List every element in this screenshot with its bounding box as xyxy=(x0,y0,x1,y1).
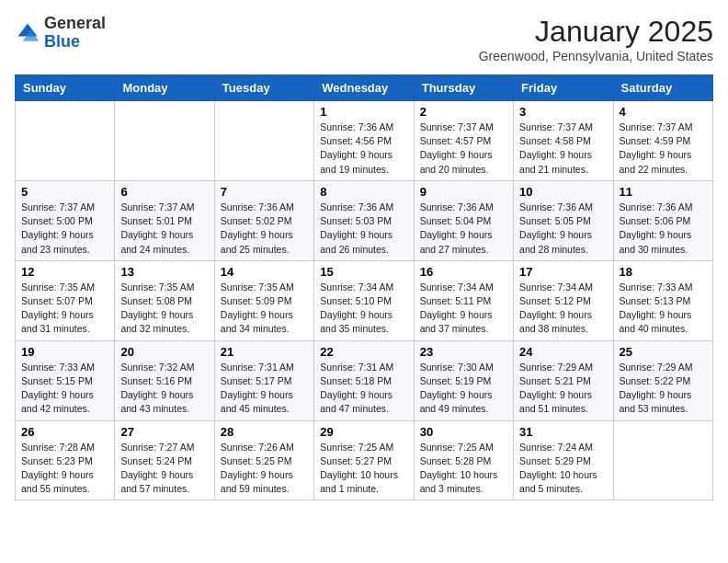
day-number: 23 xyxy=(420,345,507,359)
day-number: 7 xyxy=(221,185,308,199)
day-info: Sunrise: 7:31 AM Sunset: 5:18 PM Dayligh… xyxy=(320,361,407,417)
calendar-cell: 23Sunrise: 7:30 AM Sunset: 5:19 PM Dayli… xyxy=(414,340,513,420)
day-number: 28 xyxy=(221,425,308,439)
day-number: 14 xyxy=(221,265,308,279)
day-info: Sunrise: 7:34 AM Sunset: 5:11 PM Dayligh… xyxy=(420,281,507,337)
calendar-cell: 2Sunrise: 7:37 AM Sunset: 4:57 PM Daylig… xyxy=(414,101,513,181)
day-number: 24 xyxy=(519,345,607,359)
calendar-title: January 2025 xyxy=(479,15,713,49)
calendar-cell: 27Sunrise: 7:27 AM Sunset: 5:24 PM Dayli… xyxy=(115,420,214,500)
day-info: Sunrise: 7:25 AM Sunset: 5:28 PM Dayligh… xyxy=(420,441,507,497)
calendar-cell xyxy=(214,101,313,181)
day-number: 30 xyxy=(420,425,507,439)
calendar-cell: 8Sunrise: 7:36 AM Sunset: 5:03 PM Daylig… xyxy=(314,180,414,260)
day-number: 6 xyxy=(120,185,208,199)
calendar-cell: 21Sunrise: 7:31 AM Sunset: 5:17 PM Dayli… xyxy=(214,340,313,420)
calendar-cell: 31Sunrise: 7:24 AM Sunset: 5:29 PM Dayli… xyxy=(514,420,613,500)
day-number: 27 xyxy=(120,425,208,439)
day-info: Sunrise: 7:37 AM Sunset: 4:58 PM Dayligh… xyxy=(519,121,607,177)
calendar-cell: 9Sunrise: 7:36 AM Sunset: 5:04 PM Daylig… xyxy=(414,180,513,260)
day-number: 5 xyxy=(21,185,108,199)
day-info: Sunrise: 7:36 AM Sunset: 5:05 PM Dayligh… xyxy=(519,201,607,257)
day-number: 1 xyxy=(320,105,407,119)
day-number: 17 xyxy=(519,265,607,279)
calendar-cell: 30Sunrise: 7:25 AM Sunset: 5:28 PM Dayli… xyxy=(414,420,513,500)
day-number: 10 xyxy=(519,185,607,199)
weekday-header: Monday xyxy=(115,75,214,101)
weekday-header: Tuesday xyxy=(214,75,313,101)
day-info: Sunrise: 7:36 AM Sunset: 5:06 PM Dayligh… xyxy=(620,201,707,257)
calendar-body: 1Sunrise: 7:36 AM Sunset: 4:56 PM Daylig… xyxy=(16,101,713,500)
day-info: Sunrise: 7:30 AM Sunset: 5:19 PM Dayligh… xyxy=(420,361,507,417)
day-info: Sunrise: 7:29 AM Sunset: 5:22 PM Dayligh… xyxy=(620,361,707,417)
day-number: 11 xyxy=(620,185,707,199)
logo-blue-text: Blue xyxy=(44,32,80,51)
day-number: 19 xyxy=(21,345,108,359)
logo: General Blue xyxy=(15,15,106,52)
weekday-header: Wednesday xyxy=(314,75,414,101)
calendar-table: SundayMondayTuesdayWednesdayThursdayFrid… xyxy=(15,75,713,500)
calendar-cell: 14Sunrise: 7:35 AM Sunset: 5:09 PM Dayli… xyxy=(214,260,313,340)
calendar-cell: 3Sunrise: 7:37 AM Sunset: 4:58 PM Daylig… xyxy=(514,101,613,181)
day-number: 3 xyxy=(519,105,607,119)
calendar-cell xyxy=(16,101,115,181)
calendar-cell: 19Sunrise: 7:33 AM Sunset: 5:15 PM Dayli… xyxy=(16,340,115,420)
day-info: Sunrise: 7:24 AM Sunset: 5:29 PM Dayligh… xyxy=(519,441,607,497)
day-number: 26 xyxy=(21,425,108,439)
day-number: 8 xyxy=(320,185,407,199)
day-info: Sunrise: 7:34 AM Sunset: 5:12 PM Dayligh… xyxy=(519,281,607,337)
calendar-cell: 6Sunrise: 7:37 AM Sunset: 5:01 PM Daylig… xyxy=(115,180,214,260)
day-number: 21 xyxy=(221,345,308,359)
day-number: 16 xyxy=(420,265,507,279)
day-info: Sunrise: 7:35 AM Sunset: 5:09 PM Dayligh… xyxy=(221,281,308,337)
day-number: 12 xyxy=(21,265,108,279)
day-info: Sunrise: 7:27 AM Sunset: 5:24 PM Dayligh… xyxy=(120,441,208,497)
calendar-cell xyxy=(613,420,712,500)
title-block: January 2025 Greenwood, Pennsylvania, Un… xyxy=(479,15,713,63)
calendar-week-row: 19Sunrise: 7:33 AM Sunset: 5:15 PM Dayli… xyxy=(16,340,713,420)
calendar-week-row: 1Sunrise: 7:36 AM Sunset: 4:56 PM Daylig… xyxy=(16,101,713,181)
calendar-cell: 7Sunrise: 7:36 AM Sunset: 5:02 PM Daylig… xyxy=(214,180,313,260)
calendar-cell: 20Sunrise: 7:32 AM Sunset: 5:16 PM Dayli… xyxy=(115,340,214,420)
calendar-header: SundayMondayTuesdayWednesdayThursdayFrid… xyxy=(16,75,713,101)
calendar-cell: 13Sunrise: 7:35 AM Sunset: 5:08 PM Dayli… xyxy=(115,260,214,340)
logo-icon xyxy=(15,20,40,46)
calendar-cell: 24Sunrise: 7:29 AM Sunset: 5:21 PM Dayli… xyxy=(514,340,613,420)
page-header: General Blue January 2025 Greenwood, Pen… xyxy=(15,15,713,63)
day-number: 15 xyxy=(320,265,407,279)
calendar-cell: 10Sunrise: 7:36 AM Sunset: 5:05 PM Dayli… xyxy=(514,180,613,260)
calendar-cell: 28Sunrise: 7:26 AM Sunset: 5:25 PM Dayli… xyxy=(214,420,313,500)
day-number: 20 xyxy=(120,345,208,359)
day-number: 29 xyxy=(320,425,407,439)
weekday-header-row: SundayMondayTuesdayWednesdayThursdayFrid… xyxy=(16,75,713,101)
calendar-cell: 26Sunrise: 7:28 AM Sunset: 5:23 PM Dayli… xyxy=(16,420,115,500)
weekday-header: Thursday xyxy=(414,75,513,101)
day-info: Sunrise: 7:36 AM Sunset: 5:04 PM Dayligh… xyxy=(420,201,507,257)
day-info: Sunrise: 7:37 AM Sunset: 5:01 PM Dayligh… xyxy=(120,201,208,257)
calendar-cell: 16Sunrise: 7:34 AM Sunset: 5:11 PM Dayli… xyxy=(414,260,513,340)
calendar-cell: 5Sunrise: 7:37 AM Sunset: 5:00 PM Daylig… xyxy=(16,180,115,260)
calendar-cell: 18Sunrise: 7:33 AM Sunset: 5:13 PM Dayli… xyxy=(613,260,712,340)
day-info: Sunrise: 7:28 AM Sunset: 5:23 PM Dayligh… xyxy=(21,441,108,497)
calendar-cell: 4Sunrise: 7:37 AM Sunset: 4:59 PM Daylig… xyxy=(613,101,712,181)
day-info: Sunrise: 7:35 AM Sunset: 5:07 PM Dayligh… xyxy=(21,281,108,337)
calendar-cell: 29Sunrise: 7:25 AM Sunset: 5:27 PM Dayli… xyxy=(314,420,414,500)
day-info: Sunrise: 7:35 AM Sunset: 5:08 PM Dayligh… xyxy=(120,281,208,337)
calendar-cell: 15Sunrise: 7:34 AM Sunset: 5:10 PM Dayli… xyxy=(314,260,414,340)
calendar-week-row: 5Sunrise: 7:37 AM Sunset: 5:00 PM Daylig… xyxy=(16,180,713,260)
weekday-header: Friday xyxy=(514,75,613,101)
calendar-week-row: 12Sunrise: 7:35 AM Sunset: 5:07 PM Dayli… xyxy=(16,260,713,340)
calendar-week-row: 26Sunrise: 7:28 AM Sunset: 5:23 PM Dayli… xyxy=(16,420,713,500)
day-info: Sunrise: 7:33 AM Sunset: 5:13 PM Dayligh… xyxy=(620,281,707,337)
day-info: Sunrise: 7:36 AM Sunset: 5:02 PM Dayligh… xyxy=(221,201,308,257)
calendar-cell: 25Sunrise: 7:29 AM Sunset: 5:22 PM Dayli… xyxy=(613,340,712,420)
day-number: 13 xyxy=(120,265,208,279)
day-number: 25 xyxy=(620,345,707,359)
day-info: Sunrise: 7:36 AM Sunset: 4:56 PM Dayligh… xyxy=(320,121,407,177)
calendar-cell xyxy=(115,101,214,181)
day-info: Sunrise: 7:37 AM Sunset: 4:59 PM Dayligh… xyxy=(620,121,707,177)
day-info: Sunrise: 7:34 AM Sunset: 5:10 PM Dayligh… xyxy=(320,281,407,337)
calendar-subtitle: Greenwood, Pennsylvania, United States xyxy=(479,49,713,63)
calendar-cell: 22Sunrise: 7:31 AM Sunset: 5:18 PM Dayli… xyxy=(314,340,414,420)
calendar-cell: 1Sunrise: 7:36 AM Sunset: 4:56 PM Daylig… xyxy=(314,101,414,181)
